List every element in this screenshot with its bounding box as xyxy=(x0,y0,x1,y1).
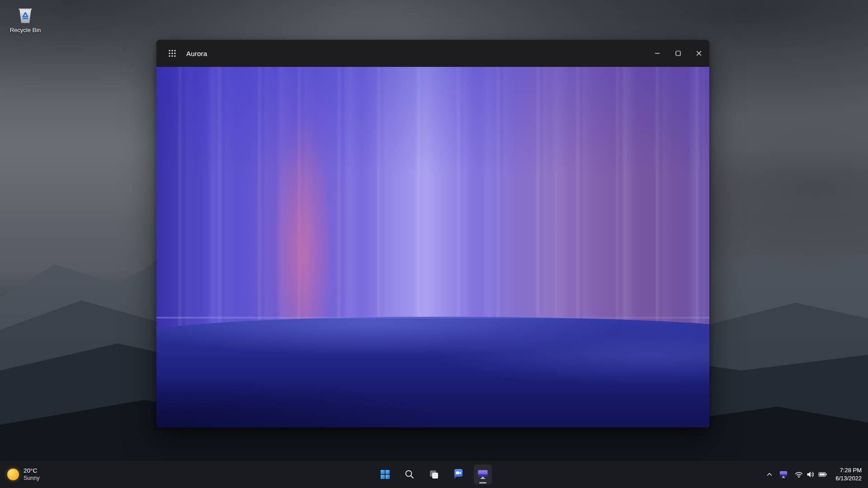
search-icon xyxy=(404,469,415,480)
maximize-button[interactable] xyxy=(668,40,689,67)
tray-display-button[interactable] xyxy=(777,465,790,483)
app-grid-icon[interactable] xyxy=(165,47,179,60)
windows-logo-icon xyxy=(380,469,391,480)
recycle-bin[interactable]: Recycle Bin xyxy=(4,4,47,33)
recycle-bin-label: Recycle Bin xyxy=(10,27,41,33)
task-view-button[interactable] xyxy=(425,465,443,484)
active-app-indicator xyxy=(479,482,486,483)
maximize-icon xyxy=(675,51,681,56)
taskbar-center-group xyxy=(376,461,492,488)
window-titlebar[interactable]: Aurora xyxy=(156,40,709,67)
volume-icon xyxy=(806,470,815,479)
task-view-icon xyxy=(429,469,439,480)
chat-icon xyxy=(453,469,464,480)
clock-date: 6/13/2022 xyxy=(835,474,862,483)
weather-widget[interactable]: 20°C Sunny xyxy=(0,461,47,488)
sun-icon xyxy=(7,469,19,480)
network-volume-battery-button[interactable] xyxy=(791,465,831,483)
close-icon xyxy=(696,51,702,56)
battery-icon xyxy=(818,470,828,479)
aurora-ground xyxy=(156,317,709,427)
system-tray: 7:28 PM 6/13/2022 xyxy=(763,461,868,488)
window-title: Aurora xyxy=(186,50,207,57)
weather-temperature: 20°C xyxy=(24,467,39,475)
weather-condition: Sunny xyxy=(24,475,39,482)
chat-button[interactable] xyxy=(449,465,467,484)
close-button[interactable] xyxy=(689,40,709,67)
aurora-app-icon xyxy=(477,469,489,480)
clock[interactable]: 7:28 PM 6/13/2022 xyxy=(835,466,862,482)
chevron-up-icon xyxy=(765,470,774,479)
desktop: Recycle Bin Aurora xyxy=(0,0,868,488)
clock-time: 7:28 PM xyxy=(840,466,862,474)
search-button[interactable] xyxy=(401,465,419,484)
aurora-artwork xyxy=(156,67,709,427)
minimize-button[interactable] xyxy=(647,40,668,67)
recycle-bin-icon xyxy=(14,4,36,25)
aurora-app-button[interactable] xyxy=(474,465,492,484)
start-button[interactable] xyxy=(376,465,394,484)
taskbar: 20°C Sunny xyxy=(0,461,868,488)
tray-display-icon xyxy=(779,470,788,479)
aurora-window: Aurora xyxy=(156,40,709,427)
wifi-icon xyxy=(794,470,803,479)
tray-chevron-button[interactable] xyxy=(763,465,776,483)
minimize-icon xyxy=(655,51,660,56)
caption-buttons xyxy=(647,40,709,67)
